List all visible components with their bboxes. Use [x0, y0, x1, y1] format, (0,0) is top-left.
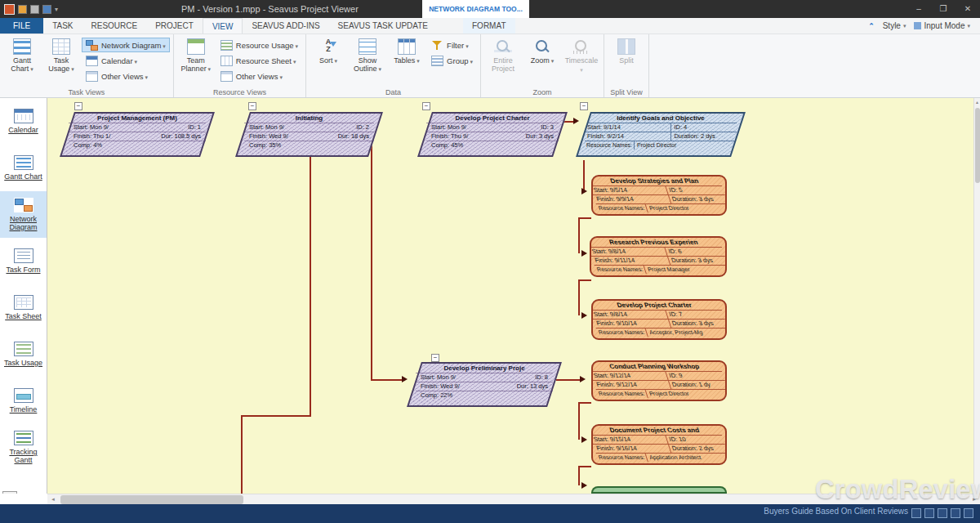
- quick-access-icon-2[interactable]: [30, 5, 39, 14]
- ribbon-group-zoom: Entire Project Zoom Timescale Zoom: [481, 34, 604, 97]
- sidebar-item-network-diagram[interactable]: Network Diagram: [0, 191, 47, 238]
- input-mode-dropdown[interactable]: Input Mode: [914, 21, 970, 30]
- network-diagram-canvas[interactable]: Project Management (PM)Start: Mon 9/ID: …: [47, 98, 973, 494]
- task-usage-button[interactable]: Task Usage: [42, 36, 80, 85]
- entire-project-button[interactable]: Entire Project: [484, 36, 522, 85]
- app-icon: [4, 4, 15, 15]
- restore-button[interactable]: ❐: [931, 0, 956, 18]
- sidebar-item-calendar[interactable]: Calendar: [0, 98, 47, 145]
- tab-seavus-add-ins[interactable]: SEAVUS ADD-INS: [243, 18, 328, 34]
- collapse-ribbon-icon[interactable]: ⌃: [868, 22, 875, 30]
- task-node-costs[interactable]: Document Project Costs andStart: 9/15/14…: [591, 424, 727, 465]
- sidebar-item-task-sheet[interactable]: Task Sheet: [0, 284, 47, 331]
- resource-sheet-button[interactable]: Resource Sheet: [216, 53, 302, 68]
- node-row-comp: Comp: 22%: [416, 391, 553, 400]
- tab-task[interactable]: TASK: [43, 18, 82, 34]
- collapse-toggle-icon[interactable]: −: [422, 102, 430, 110]
- calendar-icon: [14, 109, 33, 123]
- tab-resource[interactable]: RESOURCE: [82, 18, 147, 34]
- task-node-charter_task[interactable]: Develop Project CharterStart: 9/8/14ID: …: [591, 299, 727, 340]
- sidebar-item-label: Gantt Chart: [4, 172, 42, 181]
- task-node-partial[interactable]: [591, 486, 727, 494]
- tab-view[interactable]: VIEW: [203, 18, 243, 34]
- resource-other-views-button[interactable]: Other Views: [216, 69, 302, 83]
- node-row-finish-duration: Finish: 9/9/14Duration: 3 dys: [593, 195, 727, 204]
- horizontal-scroll-thumb[interactable]: [60, 495, 243, 504]
- gantt-shortcut-icon[interactable]: [911, 508, 921, 518]
- tab-file[interactable]: FILE: [0, 18, 43, 34]
- scroll-up-icon[interactable]: ▲: [974, 98, 980, 106]
- input-mode-icon: [914, 22, 921, 29]
- connector-line: [578, 402, 580, 440]
- quick-access-icon-3[interactable]: [42, 5, 51, 14]
- calendar-label: Calendar: [101, 56, 137, 65]
- zoom-icon: [533, 38, 551, 55]
- filter-button[interactable]: Filter: [427, 38, 477, 52]
- summary-task-node-initiating[interactable]: InitiatingStart: Mon 9/ID: 2Finish: Wed …: [235, 112, 383, 157]
- network-diagram-button[interactable]: Network Diagram: [82, 38, 170, 52]
- resource-sheet-shortcut-icon[interactable]: [951, 508, 960, 518]
- ribbon-group-task-views: Gantt Chart Task Usage Network Diagram C…: [0, 34, 174, 97]
- node-title: Develop Project Charter: [426, 114, 559, 123]
- horizontal-scrollbar[interactable]: ◄ ►: [47, 494, 980, 504]
- summary-task-node-pm[interactable]: Project Management (PM)Start: Mon 9/ID: …: [60, 112, 215, 157]
- vertical-scrollbar[interactable]: ▲: [973, 98, 980, 494]
- node-title: Develop Project Charter: [591, 301, 722, 311]
- task-node-workshop[interactable]: Conduct Planning WorkshopStart: 9/12/14I…: [591, 360, 727, 401]
- close-button[interactable]: ✕: [956, 0, 980, 18]
- connector-line: [583, 160, 585, 191]
- style-label: Style: [883, 21, 901, 30]
- sidebar-item-timeline[interactable]: Timeline: [0, 378, 47, 424]
- sidebar-item-gantt-chart[interactable]: Gantt Chart: [0, 145, 47, 191]
- resource-usage-button[interactable]: Resource Usage: [216, 38, 302, 52]
- team-planner-shortcut-icon[interactable]: [938, 508, 947, 518]
- node-title: Document Project Costs and: [591, 426, 722, 436]
- view-shortcuts: [911, 508, 973, 518]
- sidebar-item-task-usage[interactable]: Task Usage: [0, 331, 47, 378]
- contextual-tab-group-label[interactable]: NETWORK DIAGRAM TOO...: [422, 0, 529, 18]
- node-row-finish-duration: Finish: 9/11/14Duration: 3 dys: [591, 257, 727, 266]
- tab-project[interactable]: PROJECT: [146, 18, 203, 34]
- timescale-button[interactable]: Timescale: [563, 36, 600, 85]
- entire-project-label: Entire Project: [484, 56, 522, 73]
- quick-access-icon-1[interactable]: [18, 5, 27, 14]
- minimize-button[interactable]: –: [906, 0, 931, 18]
- collapse-toggle-icon[interactable]: −: [580, 102, 588, 110]
- collapse-toggle-icon[interactable]: −: [74, 102, 82, 110]
- sidebar-item-label: Timeline: [10, 405, 38, 413]
- vertical-scroll-thumb[interactable]: [975, 108, 980, 183]
- zoom-button[interactable]: Zoom: [523, 36, 561, 85]
- node-row-start-id: Start: Mon 9/ID: 3: [426, 123, 559, 132]
- quick-access-dropdown-icon[interactable]: ▾: [55, 6, 58, 13]
- team-planner-button[interactable]: Team Planner: [177, 36, 215, 85]
- collapse-toggle-icon[interactable]: −: [248, 102, 256, 110]
- report-shortcut-icon[interactable]: [964, 508, 973, 518]
- other-views-button[interactable]: Other Views: [82, 69, 170, 83]
- sidebar-item-tracking-gantt[interactable]: Tracking Gantt: [0, 424, 47, 471]
- input-mode-label: Input Mode: [924, 21, 964, 30]
- group-button[interactable]: Group: [427, 53, 477, 68]
- task-node-goals[interactable]: Identify Goals and ObjectiveStart: 9/1/1…: [576, 112, 746, 157]
- calendar-button[interactable]: Calendar: [82, 53, 170, 68]
- sidebar-item-label: Task Usage: [4, 359, 42, 367]
- sidebar-item-task-form[interactable]: Task Form: [0, 238, 47, 284]
- node-row-resources: Resource Names:Project Director: [585, 141, 737, 150]
- style-dropdown[interactable]: Style: [883, 21, 906, 30]
- tab-seavus-task-update[interactable]: SEAVUS TASK UPDATE: [329, 18, 437, 34]
- connector-arrow-icon: [581, 436, 590, 443]
- summary-task-node-prelim[interactable]: Develop Preliminary ProjeStart: Mon 9/ID…: [407, 362, 562, 407]
- tab-format[interactable]: FORMAT: [463, 18, 514, 34]
- collapse-toggle-icon[interactable]: −: [431, 354, 439, 362]
- show-outline-button[interactable]: Show Outline: [349, 36, 386, 85]
- summary-task-node-charter_sum[interactable]: Develop Project CharterStart: Mon 9/ID: …: [417, 112, 568, 157]
- split-button[interactable]: Split: [608, 36, 645, 85]
- resource-sheet-icon: [220, 56, 233, 66]
- gantt-chart-button[interactable]: Gantt Chart: [3, 36, 41, 85]
- sort-button[interactable]: AZ Sort: [310, 36, 347, 85]
- title-bar: ▾ PM - Version 1.mpp - Seavus Project Vi…: [0, 0, 980, 18]
- node-row-finish-dur: Finish: Wed 9/Dur: 18 dys: [244, 132, 374, 141]
- task-usage-shortcut-icon[interactable]: [924, 508, 934, 518]
- task-node-research[interactable]: Research Previous ExperienStart: 9/8/14I…: [590, 236, 727, 277]
- task-node-strategies[interactable]: Develop Strategies and PlanStart: 9/5/14…: [591, 175, 727, 216]
- tables-button[interactable]: Tables: [388, 36, 425, 85]
